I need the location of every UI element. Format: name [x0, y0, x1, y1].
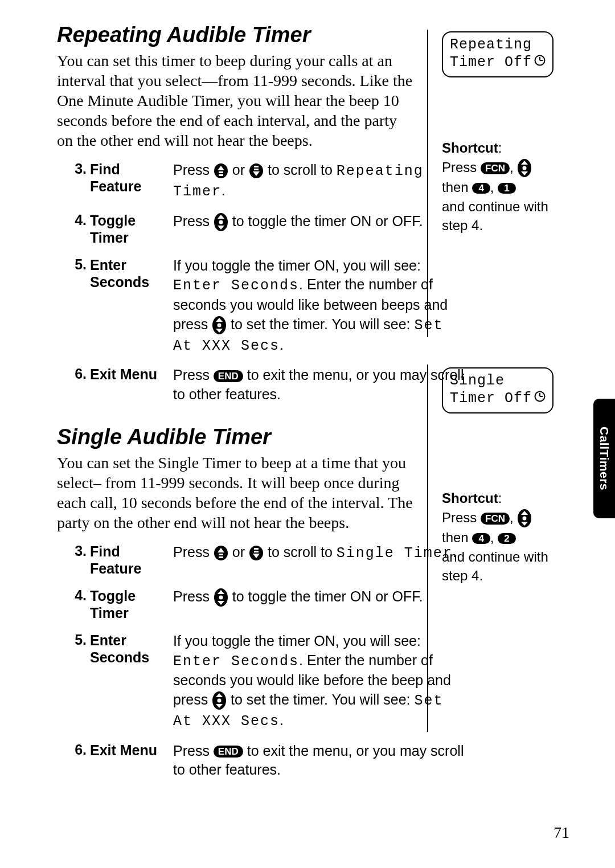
svg-rect-26: [219, 556, 223, 558]
text: If you toggle the timer ON, you will see…: [173, 633, 421, 649]
clock-icon: [534, 390, 546, 407]
svg-rect-2: [219, 171, 223, 173]
text: .: [280, 337, 284, 353]
step-body: Press to toggle the timer ON or OFF.: [173, 212, 467, 232]
text: Press: [442, 510, 481, 525]
digit-key-icon: 4: [472, 533, 490, 544]
section-intro: You can set the Single Timer to beep at …: [57, 453, 416, 533]
svg-rect-6: [254, 169, 259, 170]
select-key-icon: [214, 588, 228, 607]
page-number: 71: [554, 824, 569, 842]
text: then: [442, 179, 469, 195]
step-number: 3.: [60, 161, 90, 177]
step: 5. Enter Seconds If you toggle the timer…: [57, 632, 467, 731]
steps-list: 3. Find Feature Press or to scroll to Re…: [57, 161, 467, 404]
text: or: [232, 162, 249, 178]
manual-page: { "page_number": "71", "side_tab": "Call…: [0, 0, 615, 868]
step-label: Find Feature: [90, 161, 173, 195]
volume-up-icon: [214, 545, 228, 561]
svg-point-44: [523, 517, 527, 521]
svg-point-21: [523, 166, 527, 170]
step-label: Enter Seconds: [90, 632, 173, 666]
digit-key-icon: 1: [498, 183, 515, 194]
step-label: Exit Menu: [90, 366, 173, 383]
svg-point-23: [214, 546, 228, 560]
step-body: If you toggle the timer ON, you will see…: [173, 256, 467, 356]
clock-icon: [534, 54, 546, 71]
svg-point-37: [218, 699, 222, 703]
step-label: Enter Seconds: [90, 256, 173, 290]
section-title: Single Audible Timer: [57, 425, 467, 449]
digit-key-icon: 2: [498, 533, 515, 544]
step-number: 4.: [60, 212, 90, 228]
svg-rect-25: [219, 554, 223, 555]
svg-rect-5: [254, 166, 259, 167]
volume-up-icon: [214, 163, 228, 179]
step: 5. Enter Seconds If you toggle the timer…: [57, 256, 467, 356]
step-label: Find Feature: [90, 543, 173, 577]
steps-list: 3. Find Feature Press or to scroll to Si…: [57, 543, 467, 780]
step-label: Toggle Timer: [90, 587, 173, 621]
step-body: Press to toggle the timer ON or OFF.: [173, 587, 467, 607]
lcd-line: Repeating: [450, 36, 546, 54]
digit-key-icon: 4: [472, 183, 490, 194]
step: 3. Find Feature Press or to scroll to Re…: [57, 161, 467, 202]
step-number: 6.: [60, 742, 90, 758]
volume-down-icon: [249, 163, 264, 179]
text: or: [232, 544, 249, 560]
svg-point-27: [249, 546, 263, 560]
text: .: [280, 712, 284, 728]
vertical-rule: [427, 30, 428, 337]
volume-down-icon: [249, 545, 264, 561]
step-body: Press or to scroll to Repeating Timer.: [173, 161, 467, 202]
step-number: 3.: [60, 543, 90, 559]
text: Press: [173, 544, 214, 560]
shortcut-label: Shortcut: [442, 140, 498, 155]
lcd-display: Single Timer Off: [442, 367, 554, 413]
text: If you toggle the timer ON, you will see…: [173, 257, 421, 273]
section-intro: You can set this timer to beep during yo…: [57, 51, 416, 150]
step-label: Toggle Timer: [90, 212, 173, 246]
step: 4. Toggle Timer Press to toggle the time…: [57, 587, 467, 621]
step: 4. Toggle Timer Press to toggle the time…: [57, 212, 467, 246]
lcd-text: Timer Off: [450, 390, 532, 407]
step-number: 5.: [60, 256, 90, 273]
section-title: Repeating Audible Timer: [57, 23, 467, 47]
svg-point-4: [249, 163, 263, 178]
step-body: Press END to exit the menu, or you may s…: [173, 366, 467, 404]
step: 3. Find Feature Press or to scroll to Si…: [57, 543, 467, 577]
text: Press: [173, 367, 214, 383]
text: to set the timer. You will see:: [231, 691, 414, 707]
step-number: 4.: [60, 587, 90, 604]
lcd-text: Timer Off: [450, 54, 532, 71]
text: then: [442, 530, 469, 545]
lcd-line: Timer Off: [450, 54, 546, 71]
section-single: Single Audible Timer You can set the Sin…: [57, 425, 467, 780]
svg-point-10: [219, 220, 223, 224]
lcd-display: Repeating Timer Off: [442, 31, 554, 77]
step-number: 5.: [60, 632, 90, 648]
text: Press: [442, 159, 481, 175]
step-number: 6.: [60, 366, 90, 382]
text: Press: [173, 743, 214, 759]
svg-rect-29: [254, 551, 259, 552]
lcd-text: Enter Seconds: [173, 277, 299, 294]
step-body: Press or to scroll to Single Timer.: [173, 543, 467, 563]
text: .: [222, 182, 226, 198]
text: to set the timer. You will see:: [231, 316, 414, 332]
step-body: If you toggle the timer ON, you will see…: [173, 632, 467, 731]
select-key-icon: [517, 509, 532, 528]
text: and continue with step 4.: [442, 199, 548, 234]
text: and continue with step 4.: [442, 549, 548, 584]
select-key-icon: [517, 158, 532, 178]
shortcut-box: Shortcut: Press FCN, then 4, 2 and conti…: [442, 489, 561, 586]
section-repeating: Repeating Audible Timer You can set this…: [57, 23, 467, 404]
shortcut-box: Shortcut: Press FCN, then 4, 1 and conti…: [442, 138, 561, 235]
select-key-icon: [212, 691, 227, 710]
section-tab: CallTimers: [593, 399, 615, 518]
text: Press: [173, 213, 214, 229]
fcn-key-icon: FCN: [481, 162, 510, 174]
svg-rect-28: [254, 548, 259, 550]
lcd-text: Enter Seconds: [173, 653, 299, 670]
svg-point-0: [214, 163, 228, 178]
